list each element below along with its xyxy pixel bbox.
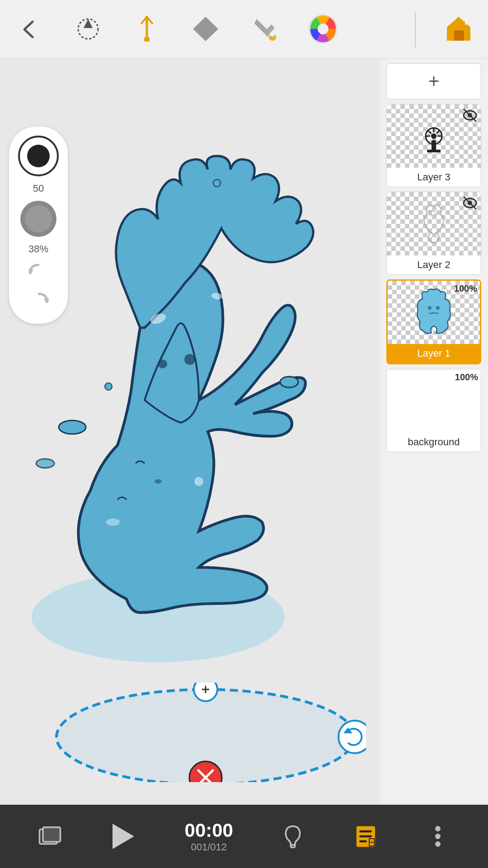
- brush-size-knob[interactable]: [18, 136, 59, 176]
- opacity-label: 38%: [28, 243, 48, 255]
- svg-point-34: [436, 306, 440, 310]
- layer-1-label: Layer 1: [388, 344, 480, 363]
- play-button[interactable]: [110, 823, 137, 850]
- play-icon: [113, 824, 134, 849]
- brush-size-inner: [27, 145, 50, 167]
- svg-marker-8: [193, 17, 218, 41]
- toolbar-divider: [415, 11, 416, 47]
- left-controls: 50 38%: [9, 127, 68, 324]
- svg-rect-62: [43, 827, 61, 841]
- visibility-hidden-icon: [462, 107, 478, 127]
- time-display: 00:00 001/012: [185, 820, 233, 853]
- svg-point-42: [36, 459, 54, 468]
- layers-panel: +: [380, 59, 488, 805]
- undo-button[interactable]: [26, 261, 51, 286]
- layer-2-label: Layer 2: [387, 255, 481, 274]
- svg-point-38: [184, 354, 195, 365]
- redo-button[interactable]: [26, 290, 51, 315]
- lasso-tool[interactable]: [72, 14, 104, 45]
- lightbulb-button[interactable]: [281, 824, 305, 849]
- svg-marker-1: [84, 19, 93, 28]
- background-thumbnail: 100%: [387, 369, 481, 433]
- fill-tool[interactable]: [249, 14, 280, 45]
- brush-size-label: 50: [33, 183, 44, 194]
- background-opacity-badge: 100%: [455, 372, 478, 382]
- svg-point-33: [428, 306, 432, 310]
- svg-point-31: [429, 213, 432, 216]
- color-wheel[interactable]: [307, 14, 339, 45]
- visibility-hidden-icon: [462, 195, 478, 214]
- svg-point-11: [318, 24, 328, 34]
- svg-point-49: [155, 479, 162, 484]
- opacity-inner: [25, 205, 52, 232]
- toolbar: 1: [0, 0, 488, 59]
- sketch-thumbnail: [418, 201, 450, 246]
- eraser-tool[interactable]: [190, 14, 221, 45]
- more-button[interactable]: [426, 824, 450, 849]
- note-button[interactable]: [353, 824, 378, 849]
- svg-rect-7: [144, 37, 150, 42]
- frames-button[interactable]: [38, 824, 62, 849]
- water-creature-thumb: [413, 285, 454, 340]
- layers-tool[interactable]: 1: [443, 14, 474, 45]
- frame-count: 001/012: [185, 841, 233, 853]
- pen-tool[interactable]: [131, 14, 163, 45]
- svg-point-39: [280, 377, 298, 387]
- svg-rect-69: [359, 840, 367, 842]
- svg-line-26: [436, 130, 440, 133]
- add-layer-button[interactable]: +: [386, 63, 481, 99]
- svg-text:1: 1: [464, 17, 469, 26]
- svg-line-27: [428, 130, 431, 133]
- bottom-bar: 00:00 001/012: [0, 805, 488, 868]
- svg-rect-67: [359, 830, 372, 832]
- svg-rect-19: [427, 150, 441, 152]
- add-layer-label: +: [428, 71, 440, 92]
- layer-3-label: Layer 3: [387, 168, 481, 187]
- layer-item[interactable]: 100% Layer 1: [386, 279, 481, 364]
- layer-2-thumbnail: [387, 192, 481, 255]
- svg-point-40: [59, 420, 86, 434]
- layer-item[interactable]: Layer 3: [386, 104, 481, 187]
- layer-opacity-badge: 100%: [454, 283, 477, 294]
- svg-rect-13: [454, 30, 464, 41]
- svg-point-74: [435, 834, 441, 839]
- layer-3-thumbnail: [387, 104, 481, 168]
- layer-item[interactable]: Layer 2: [386, 192, 481, 275]
- svg-point-47: [213, 179, 221, 187]
- fan-icon: [418, 118, 450, 154]
- undo-redo-row: [26, 261, 51, 315]
- svg-point-48: [105, 383, 112, 390]
- svg-point-37: [158, 359, 167, 368]
- svg-rect-68: [359, 835, 372, 837]
- background-label: background: [387, 433, 481, 452]
- svg-point-21: [431, 133, 436, 139]
- current-time: 00:00: [185, 820, 233, 841]
- opacity-knob[interactable]: [20, 201, 56, 237]
- svg-point-73: [435, 826, 441, 831]
- back-button[interactable]: [14, 14, 45, 45]
- layer-1-thumbnail: 100%: [388, 281, 480, 344]
- svg-point-75: [435, 841, 441, 847]
- layer-item[interactable]: 100% background: [386, 369, 481, 452]
- svg-point-46: [194, 477, 203, 486]
- svg-point-32: [434, 213, 436, 216]
- svg-point-45: [106, 519, 120, 526]
